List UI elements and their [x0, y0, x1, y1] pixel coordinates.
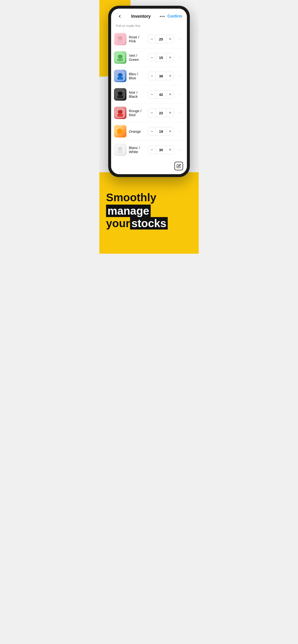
phone-wrap: Inventory Confirm Pull en maille fine [99, 0, 199, 177]
confirm-button[interactable]: Confirm [168, 14, 182, 18]
tagline-line2: manage [106, 204, 151, 217]
item-controls-bleu: − + [148, 72, 174, 80]
increment-rouge[interactable]: + [166, 108, 174, 117]
item-thumbnail-bleu [114, 70, 126, 82]
decrement-rose[interactable]: − [148, 35, 156, 43]
item-more-blanc[interactable]: ··· [177, 146, 184, 153]
tagline-line3: yourstocks [106, 217, 192, 230]
svg-point-19 [118, 147, 123, 151]
page-wrapper: Inventory Confirm Pull en maille fine [99, 0, 199, 254]
item-controls-vert: − + [148, 53, 174, 62]
item-controls-blanc: − + [148, 146, 174, 154]
decrement-rouge[interactable]: − [148, 108, 156, 117]
decrement-vert[interactable]: − [148, 53, 156, 62]
increment-blanc[interactable]: + [166, 146, 174, 154]
item-thumbnail-noir [114, 88, 126, 100]
item-more-bleu[interactable]: ··· [177, 72, 184, 79]
decrement-noir[interactable]: − [148, 90, 156, 99]
svg-rect-20 [117, 151, 123, 154]
quantity-input-bleu[interactable] [156, 72, 166, 80]
list-item: Noir / Black − + ··· [114, 85, 184, 104]
bottom-text: Smoothly manage yourstocks [106, 192, 192, 230]
list-item: Bleu / Blue − + ··· [114, 67, 184, 85]
svg-rect-5 [117, 40, 123, 43]
item-more-rose[interactable]: ··· [177, 36, 184, 42]
item-more-noir[interactable]: ··· [177, 91, 184, 98]
svg-point-13 [118, 92, 123, 95]
phone-device: Inventory Confirm Pull en maille fine [108, 6, 190, 177]
svg-rect-8 [117, 58, 123, 61]
tagline-stocks: stocks [130, 217, 168, 230]
phone-screen: Inventory Confirm Pull en maille fine [111, 8, 187, 174]
increment-bleu[interactable]: + [166, 72, 174, 80]
quantity-input-rouge[interactable] [156, 108, 166, 117]
item-more-orange[interactable]: ··· [177, 128, 184, 135]
decrement-blanc[interactable]: − [148, 146, 156, 154]
quantity-input-noir[interactable] [156, 90, 166, 99]
svg-rect-11 [117, 77, 123, 80]
more-options-button[interactable] [158, 12, 166, 20]
item-name-rose: Rose / Pink [129, 35, 146, 43]
back-button[interactable] [116, 12, 123, 20]
edit-button[interactable] [175, 162, 183, 170]
list-item: Vert / Green − + ··· [114, 48, 184, 67]
item-thumbnail-rose [114, 33, 126, 45]
svg-point-4 [118, 36, 123, 40]
inventory-list: Rose / Pink − + ··· Vert / Green [111, 30, 187, 159]
tagline-line1: Smoothly [106, 192, 192, 204]
item-more-vert[interactable]: ··· [177, 54, 184, 61]
product-subtitle: Pull en maille fine [111, 22, 187, 30]
item-more-rouge[interactable]: ··· [177, 110, 184, 116]
quantity-input-orange[interactable] [156, 127, 166, 136]
item-name-vert: Vert / Green [129, 54, 146, 62]
edit-icon-wrap [111, 159, 187, 174]
quantity-input-vert[interactable] [156, 53, 166, 62]
item-name-blanc: Blanc / White [129, 146, 146, 154]
item-name-rouge: Rouge / Red [129, 109, 146, 117]
orange-color-dot [117, 129, 122, 134]
bottom-section: Smoothly manage yourstocks [99, 172, 199, 254]
quantity-input-rose[interactable] [156, 35, 166, 43]
item-thumbnail-blanc [114, 144, 126, 156]
list-item: Rouge / Red − + ··· [114, 104, 184, 122]
decrement-bleu[interactable]: − [148, 72, 156, 80]
increment-rose[interactable]: + [166, 35, 174, 43]
svg-point-0 [160, 16, 161, 17]
increment-noir[interactable]: + [166, 90, 174, 99]
item-thumbnail-orange [114, 125, 126, 138]
item-name-noir: Noir / Black [129, 90, 146, 98]
svg-point-10 [118, 73, 123, 77]
item-thumbnail-vert [114, 51, 126, 64]
item-thumbnail-rouge [114, 106, 126, 119]
svg-point-1 [162, 16, 163, 17]
list-item: Rose / Pink − + ··· [114, 30, 184, 48]
svg-rect-14 [117, 95, 123, 98]
increment-orange[interactable]: + [166, 127, 174, 136]
quantity-input-blanc[interactable] [156, 146, 166, 154]
tagline-your: your [106, 217, 130, 230]
tagline-manage: manage [106, 204, 151, 217]
item-controls-orange: − + [148, 127, 174, 136]
list-item: Orange − + ··· [114, 122, 184, 141]
svg-point-7 [118, 54, 123, 58]
decrement-orange[interactable]: − [148, 127, 156, 136]
increment-vert[interactable]: + [166, 53, 174, 62]
svg-rect-17 [117, 114, 123, 117]
page-title: Inventory [123, 14, 158, 19]
item-name-orange: Orange [129, 130, 146, 134]
item-controls-rose: − + [148, 35, 174, 43]
item-controls-noir: − + [148, 90, 174, 99]
svg-point-2 [163, 16, 165, 17]
item-name-bleu: Bleu / Blue [129, 72, 146, 80]
list-item: Blanc / White − + ··· [114, 141, 184, 159]
svg-point-16 [118, 110, 123, 114]
item-controls-rouge: − + [148, 108, 174, 117]
nav-bar: Inventory Confirm [111, 8, 187, 22]
